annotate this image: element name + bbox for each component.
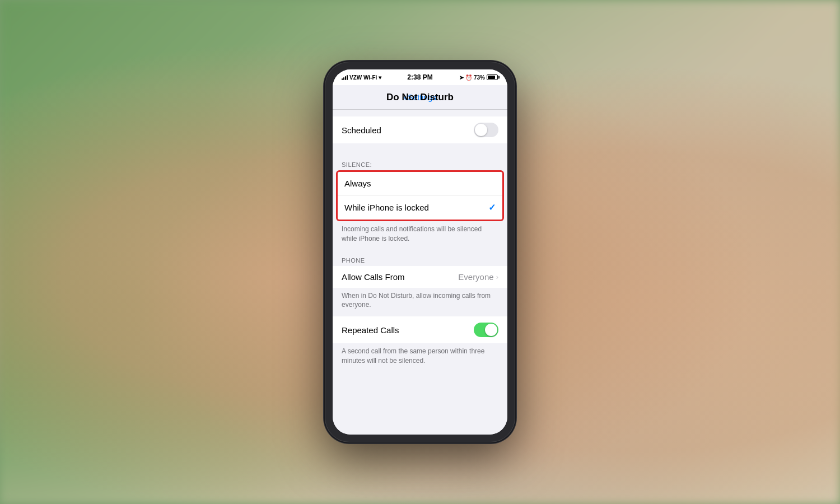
status-time: 2:38 PM: [407, 73, 432, 81]
repeated-calls-group: Repeated Calls: [333, 316, 507, 343]
nav-bar: ‹ Settings Do Not Disturb: [333, 85, 507, 110]
phone-group: Allow Calls From Everyone ›: [333, 266, 507, 288]
phone-screen: VZW Wi-Fi ▾ 2:38 PM ➤ ⏰ 73% ‹ Settings: [333, 69, 507, 435]
scheduled-toggle[interactable]: [474, 123, 498, 137]
wifi-icon: ▾: [379, 74, 381, 81]
chevron-right-icon: ›: [496, 273, 498, 281]
battery-percent: 73%: [474, 74, 485, 81]
repeated-calls-label: Repeated Calls: [342, 325, 399, 335]
allow-calls-value: Everyone ›: [458, 272, 498, 282]
carrier-label: VZW Wi-Fi: [349, 74, 377, 81]
repeated-toggle-knob: [485, 324, 497, 336]
phone-section-label: PHONE: [333, 250, 507, 266]
silence-always-label: Always: [344, 179, 371, 188]
scheduled-group: Scheduled: [333, 116, 507, 143]
silence-options-group: Always While iPhone is locked ✓: [336, 170, 504, 221]
battery-icon: [487, 74, 498, 80]
phone-wrapper: VZW Wi-Fi ▾ 2:38 PM ➤ ⏰ 73% ‹ Settings: [325, 62, 515, 442]
allow-calls-label: Allow Calls From: [342, 272, 405, 282]
allow-calls-footer: When in Do Not Disturb, allow incoming c…: [333, 288, 507, 317]
silence-footer: Incoming calls and notifications will be…: [333, 221, 507, 250]
status-right: ➤ ⏰ 73%: [459, 74, 498, 81]
silence-always-cell[interactable]: Always: [338, 172, 502, 195]
allow-calls-everyone: Everyone: [458, 272, 493, 282]
alarm-icon: ⏰: [465, 74, 472, 81]
scheduled-label: Scheduled: [342, 125, 381, 135]
phone-body: VZW Wi-Fi ▾ 2:38 PM ➤ ⏰ 73% ‹ Settings: [325, 62, 515, 442]
repeated-calls-footer: A second call from the same person withi…: [333, 343, 507, 372]
status-bar: VZW Wi-Fi ▾ 2:38 PM ➤ ⏰ 73%: [333, 69, 507, 85]
scheduled-cell: Scheduled: [333, 116, 507, 143]
silence-section-label: SILENCE:: [333, 155, 507, 170]
repeated-calls-toggle[interactable]: [474, 323, 498, 337]
signal-bars-icon: [342, 74, 348, 80]
checkmark-icon: ✓: [488, 202, 496, 213]
silence-locked-cell[interactable]: While iPhone is locked ✓: [338, 195, 502, 220]
repeated-calls-cell: Repeated Calls: [333, 316, 507, 343]
silence-locked-label: While iPhone is locked: [344, 203, 429, 212]
status-left: VZW Wi-Fi ▾: [342, 74, 381, 81]
top-spacer: [333, 110, 507, 116]
page-title: Do Not Disturb: [386, 92, 454, 103]
allow-calls-from-cell[interactable]: Allow Calls From Everyone ›: [333, 266, 507, 288]
content-area: Scheduled SILENCE: Always While iPhone i…: [333, 110, 507, 435]
location-icon: ➤: [459, 74, 464, 81]
gap-1: [333, 143, 507, 155]
toggle-knob: [475, 124, 487, 136]
